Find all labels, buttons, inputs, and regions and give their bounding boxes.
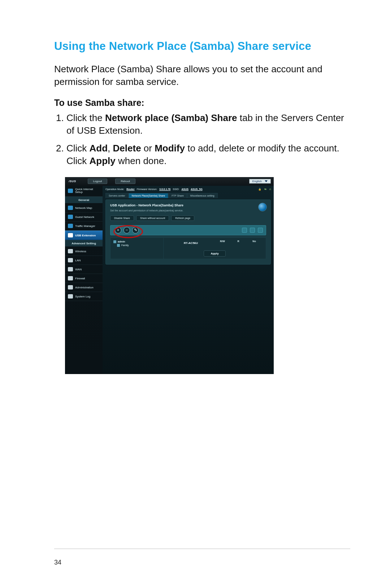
sidebar-label: Traffic Manager: [75, 224, 95, 228]
folder-icon: [117, 244, 120, 247]
globe-icon: [258, 203, 267, 211]
op-mode-label: Operation Mode:: [105, 188, 124, 190]
brand-logo: /SUS: [65, 180, 80, 183]
sidebar-item-system-log[interactable]: System Log: [65, 292, 103, 301]
intro-paragraph: Network Place (Samba) Share allows you t…: [54, 63, 350, 88]
ssid-value-1[interactable]: ASUS: [182, 188, 188, 190]
top-bar: /SUS Logout Reboot English: [65, 177, 274, 186]
wrench-icon: [68, 258, 73, 262]
col-no: No: [246, 240, 262, 245]
tab-ftp-share[interactable]: FTP Share: [168, 193, 187, 198]
guest-icon: [68, 215, 73, 219]
refresh-page-button[interactable]: Refresh page: [171, 215, 194, 221]
fw-label: Firmware Version:: [137, 188, 157, 190]
reboot-button[interactable]: Reboot: [115, 179, 135, 184]
step-bold: Apply: [90, 155, 116, 166]
panel-button-row: Disable Share Share without account Refr…: [110, 215, 266, 221]
op-mode-value[interactable]: Router: [126, 188, 135, 190]
globe-icon: [68, 189, 73, 193]
sidebar-item-traffic-manager[interactable]: Traffic Manager: [65, 222, 103, 231]
panel-subtitle: Set the account and permission of networ…: [110, 209, 266, 212]
column-headers: RT-AC56U R/W R No: [167, 240, 262, 245]
chevron-down-icon: [265, 180, 268, 182]
wrench-icon: [68, 267, 73, 271]
sidebar-label: WAN: [75, 268, 82, 271]
disable-share-button[interactable]: Disable Share: [110, 215, 134, 221]
step-bold: Delete: [113, 143, 141, 154]
step-2: Click Add, Delete or Modify to add, dele…: [66, 142, 350, 167]
sidebar-label: LAN: [75, 259, 81, 262]
step-text: when done.: [116, 155, 167, 166]
map-icon: [68, 206, 73, 210]
language-select[interactable]: English: [249, 179, 271, 184]
sidebar-item-administration[interactable]: Administration: [65, 283, 103, 292]
sidebar: Quick Internet Setup General Network Map…: [65, 186, 103, 374]
sidebar-item-usb-extension[interactable]: USB Extension: [65, 231, 103, 240]
traffic-icon: [68, 224, 73, 228]
wrench-icon: [68, 285, 73, 289]
account-toolbar: + − ✎: [110, 225, 266, 235]
step-bold: Network place (Samba) Share: [105, 112, 237, 123]
folder-delete-icon[interactable]: [250, 228, 255, 233]
share-content: RT-AC56U R/W R No Apply: [164, 238, 266, 259]
sidebar-label: Guest Network: [75, 215, 94, 219]
status-icons: 🔒 ⇆ ⎚: [258, 188, 271, 191]
document-page: Using the Network Place (Samba) Share se…: [0, 0, 390, 588]
usb-icon: [68, 233, 73, 237]
router-ui-screenshot: /SUS Logout Reboot English Quick Interne…: [65, 177, 274, 374]
sidebar-group-advanced: Advanced Setting: [65, 240, 103, 247]
footer-rule: [54, 549, 350, 549]
sidebar-item-wan[interactable]: WAN: [65, 265, 103, 274]
sidebar-label: Administration: [75, 286, 94, 289]
fw-value[interactable]: 3.0.0.1.78: [159, 188, 170, 190]
sidebar-item-wireless[interactable]: Wireless: [65, 247, 103, 256]
step-text: Click: [66, 143, 90, 154]
main-panel: Operation Mode: Router Firmware Version:…: [103, 186, 274, 374]
folder-add-icon[interactable]: [242, 228, 247, 233]
step-bold: Modify: [155, 143, 185, 154]
sidebar-label: Network Map: [75, 206, 92, 210]
share-grid: admin Family RT-AC56U R/W R No Appl: [110, 237, 266, 259]
apply-wrap: Apply: [167, 250, 262, 257]
steps-list: Click the Network place (Samba) Share ta…: [54, 112, 350, 167]
add-button[interactable]: +: [115, 227, 121, 233]
sidebar-item-network-map[interactable]: Network Map: [65, 203, 103, 213]
sidebar-item-quick-setup[interactable]: Quick Internet Setup: [65, 186, 103, 197]
share-without-account-button[interactable]: Share without account: [136, 215, 169, 221]
circle-button-group: + − ✎: [113, 226, 140, 234]
section-title: Using the Network Place (Samba) Share se…: [54, 40, 350, 53]
wrench-icon: [68, 249, 73, 253]
tree-item-family[interactable]: Family: [117, 244, 160, 247]
info-row: Operation Mode: Router Firmware Version:…: [105, 188, 271, 191]
wifi-icon: ⇆: [264, 188, 266, 191]
ssid-value-2[interactable]: ASUS_5G: [191, 188, 203, 190]
logout-button[interactable]: Logout: [88, 179, 107, 184]
folder-edit-icon[interactable]: [258, 228, 263, 233]
tab-misc-setting[interactable]: Miscellaneous setting: [187, 193, 218, 198]
tree-label: Family: [121, 244, 129, 246]
lock-icon: 🔒: [258, 188, 261, 191]
usb-status-icon: ⎚: [269, 188, 271, 191]
content-panel: USB Application - Network Place(Samba) S…: [105, 199, 271, 265]
tab-servers-center[interactable]: Servers center: [105, 193, 129, 198]
step-1: Click the Network place (Samba) Share ta…: [66, 112, 350, 137]
sidebar-group-general: General: [65, 197, 103, 203]
step-text: ,: [108, 143, 113, 154]
sub-heading: To use Samba share:: [54, 98, 350, 108]
toolbar-right-icons: [242, 228, 263, 233]
step-text: Click the: [66, 112, 105, 123]
apply-button[interactable]: Apply: [204, 250, 225, 257]
sidebar-item-lan[interactable]: LAN: [65, 256, 103, 265]
sidebar-label: System Log: [75, 295, 90, 298]
tree-item-admin[interactable]: admin: [113, 240, 160, 244]
sidebar-item-guest-network[interactable]: Guest Network: [65, 213, 103, 222]
sidebar-item-firewall[interactable]: Firewall: [65, 274, 103, 283]
panel-title: USB Application - Network Place(Samba) S…: [110, 203, 266, 207]
sidebar-label: Firewall: [75, 277, 85, 280]
sidebar-label: Wireless: [75, 250, 86, 253]
step-bold: Add: [90, 143, 108, 154]
modify-button[interactable]: ✎: [132, 227, 139, 233]
user-icon: [113, 240, 116, 243]
delete-button[interactable]: −: [124, 227, 130, 233]
tab-samba-share[interactable]: Network Place(Samba) Share: [129, 193, 169, 198]
